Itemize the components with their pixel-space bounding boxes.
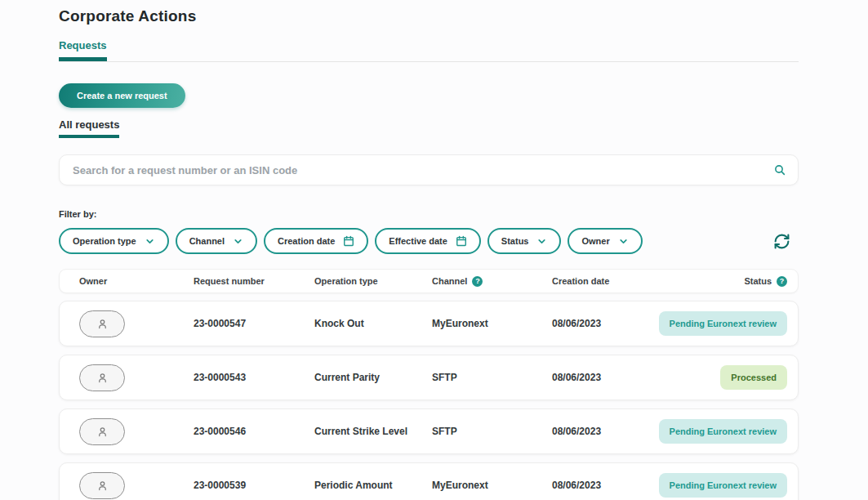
creation-date-cell: 08/06/2023 — [552, 372, 720, 383]
owner-avatar[interactable] — [79, 364, 125, 391]
request-number-cell: 23-0000543 — [194, 372, 314, 383]
page-title: Corporate Actions — [59, 7, 799, 25]
status-badge: Pending Euronext review — [659, 473, 787, 498]
corporate-actions-page: Corporate Actions Requests Create a new … — [59, 0, 799, 500]
column-label: Owner — [79, 276, 107, 286]
owner-cell — [79, 418, 194, 445]
table-row[interactable]: 23-0000546 Current Strike Level SFTP 08/… — [59, 408, 799, 454]
status-badge: Pending Euronext review — [659, 419, 787, 444]
filter-pill[interactable]: Creation date — [264, 228, 368, 254]
owner-cell — [79, 364, 194, 391]
table-column-header: Operation type — [314, 276, 432, 286]
tab-bar: Requests — [59, 38, 799, 62]
filter-pill-label: Effective date — [389, 236, 447, 246]
chevron-down-icon — [618, 236, 629, 247]
filter-pill-label: Status — [501, 236, 529, 246]
column-label: Operation type — [314, 276, 378, 286]
operation-type-cell: Knock Out — [314, 318, 432, 329]
owner-avatar[interactable] — [79, 310, 125, 337]
person-icon — [96, 426, 109, 438]
table-row[interactable]: 23-0000539 Periodic Amount MyEuronext 08… — [59, 462, 799, 500]
subtab-all-requests[interactable]: All requests — [59, 118, 119, 138]
operation-type-cell: Current Parity — [314, 372, 432, 383]
channel-cell: MyEuronext — [432, 480, 552, 491]
filter-by-label: Filter by: — [59, 209, 799, 219]
search-bar[interactable] — [59, 154, 799, 185]
person-icon — [96, 480, 109, 492]
owner-cell — [79, 472, 194, 499]
filter-pill[interactable]: Channel — [176, 228, 257, 254]
status-cell: Processed — [720, 365, 787, 390]
filter-pill-label: Operation type — [73, 236, 136, 246]
status-badge: Pending Euronext review — [659, 311, 787, 336]
owner-avatar[interactable] — [79, 418, 125, 445]
filter-pill-label: Channel — [189, 236, 225, 246]
request-number-cell: 23-0000547 — [194, 318, 314, 329]
column-label: Channel — [432, 276, 467, 286]
create-request-button[interactable]: Create a new request — [59, 83, 185, 108]
column-label: Request number — [194, 276, 265, 286]
operation-type-cell: Current Strike Level — [314, 426, 432, 437]
channel-cell: MyEuronext — [432, 318, 552, 329]
creation-date-cell: 08/06/2023 — [552, 480, 659, 491]
filter-pill[interactable]: Effective date — [375, 228, 481, 254]
operation-type-cell: Periodic Amount — [314, 480, 432, 491]
column-label: Status — [744, 276, 772, 286]
chevron-down-icon — [145, 236, 155, 247]
filter-pill[interactable]: Operation type — [59, 228, 169, 254]
creation-date-cell: 08/06/2023 — [552, 318, 659, 329]
table-column-header: Status ? — [744, 276, 787, 287]
table-column-header: Owner — [79, 276, 194, 286]
table-column-header: Creation date — [552, 276, 744, 286]
table-row[interactable]: 23-0000547 Knock Out MyEuronext 08/06/20… — [59, 301, 799, 346]
status-badge: Processed — [720, 365, 787, 390]
refresh-icon[interactable] — [773, 233, 790, 250]
table-column-header: Channel ? — [432, 276, 552, 287]
owner-cell — [79, 310, 194, 337]
status-cell: Pending Euronext review — [659, 473, 787, 498]
table-body: 23-0000547 Knock Out MyEuronext 08/06/20… — [59, 301, 799, 500]
channel-cell: SFTP — [432, 372, 552, 383]
help-icon[interactable]: ? — [777, 276, 787, 287]
search-icon[interactable] — [773, 163, 786, 176]
filter-pill-row: Operation type Channel Creation date Eff… — [59, 228, 773, 254]
request-number-cell: 23-0000539 — [194, 480, 314, 491]
filter-pill-label: Owner — [581, 236, 609, 246]
creation-date-cell: 08/06/2023 — [552, 426, 659, 437]
search-input[interactable] — [73, 164, 773, 176]
person-icon — [96, 372, 109, 384]
owner-avatar[interactable] — [79, 472, 125, 499]
calendar-icon — [456, 235, 467, 247]
status-cell: Pending Euronext review — [659, 419, 787, 444]
request-number-cell: 23-0000546 — [194, 426, 314, 437]
column-label: Creation date — [552, 276, 609, 286]
chevron-down-icon — [233, 236, 243, 247]
tab-requests[interactable]: Requests — [59, 39, 107, 61]
calendar-icon — [343, 235, 354, 247]
channel-cell: SFTP — [432, 426, 552, 437]
table-column-header: Request number — [194, 276, 314, 286]
filter-row: Operation type Channel Creation date Eff… — [59, 228, 799, 254]
table-header: Owner Request number Operation type Chan… — [59, 269, 799, 293]
filter-pill-label: Creation date — [278, 236, 335, 246]
filter-pill[interactable]: Owner — [568, 228, 642, 254]
table-row[interactable]: 23-0000543 Current Parity SFTP 08/06/202… — [59, 355, 799, 400]
person-icon — [96, 318, 109, 330]
help-icon[interactable]: ? — [472, 276, 483, 287]
chevron-down-icon — [536, 236, 547, 247]
status-cell: Pending Euronext review — [659, 311, 787, 336]
filter-pill[interactable]: Status — [487, 228, 562, 254]
